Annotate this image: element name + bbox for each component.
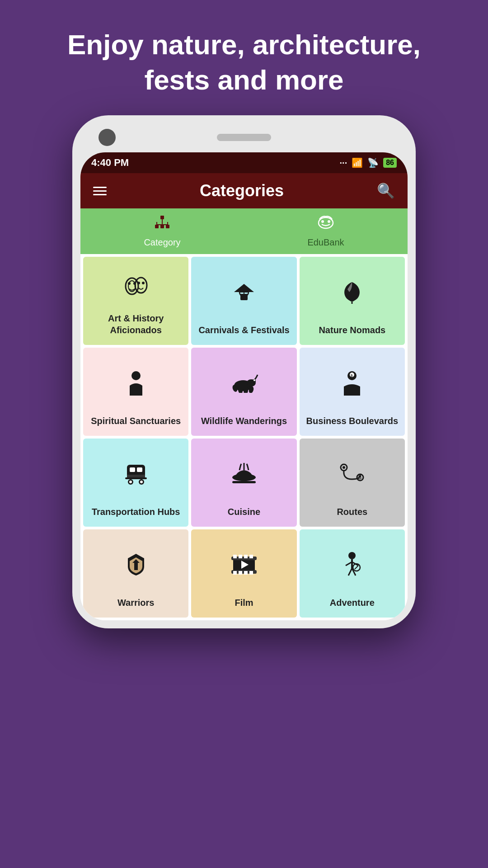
svg-line-71 <box>355 566 358 569</box>
phone-notch <box>80 129 408 152</box>
svg-point-9 <box>321 220 324 223</box>
svg-rect-40 <box>127 475 145 477</box>
tab-edubank-label: EduBank <box>307 237 344 248</box>
svg-rect-57 <box>244 555 248 558</box>
svg-rect-59 <box>233 571 237 575</box>
status-icons: ··· 📶 📡 86 <box>340 157 397 168</box>
status-bar: 4:40 PM ··· 📶 📡 86 <box>80 152 408 173</box>
category-card-art-history[interactable]: Art & History Aficionados <box>83 257 188 345</box>
category-card-spiritual[interactable]: Spiritual Sanctuaries <box>83 348 188 436</box>
category-card-business[interactable]: $ Business Boulevards <box>300 348 405 436</box>
warrior-icon <box>125 538 147 591</box>
app-bar: Categories 🔍 <box>80 173 408 208</box>
adventure-label: Adventure <box>330 597 375 609</box>
art-history-icon <box>123 265 149 307</box>
nature-icon <box>340 265 364 319</box>
hamburger-button[interactable] <box>93 187 107 195</box>
category-card-routes[interactable]: B Routes <box>300 439 405 527</box>
category-card-carnivals[interactable]: Carnivals & Festivals <box>191 257 296 345</box>
tab-bar: Category EduBank <box>80 208 408 254</box>
adventure-icon <box>341 538 363 591</box>
svg-point-8 <box>319 217 333 228</box>
carnivals-icon <box>231 265 257 319</box>
cuisine-icon <box>230 447 258 500</box>
svg-rect-41 <box>125 477 147 479</box>
wifi-icon: 📡 <box>367 157 379 168</box>
svg-rect-38 <box>130 467 135 472</box>
category-card-warrior[interactable]: Warriors <box>83 529 188 618</box>
svg-rect-58 <box>249 555 253 558</box>
svg-point-17 <box>142 282 145 284</box>
svg-point-10 <box>328 220 330 223</box>
svg-point-16 <box>137 282 140 284</box>
business-label: Business Boulevards <box>306 415 398 427</box>
warrior-label: Warriors <box>117 597 155 609</box>
svg-rect-60 <box>239 571 242 575</box>
wildlife-icon <box>230 356 258 410</box>
transport-label: Transportation Hubs <box>92 506 180 518</box>
svg-point-32 <box>253 379 255 381</box>
phone-speaker <box>217 134 271 141</box>
edubank-tab-icon <box>318 215 334 235</box>
phone-mockup: 4:40 PM ··· 📶 📡 86 Categories 🔍 <box>72 115 416 628</box>
wildlife-label: Wildlife Wanderings <box>201 415 287 427</box>
svg-line-66 <box>346 562 352 566</box>
tab-category[interactable]: Category <box>80 208 244 254</box>
category-card-nature[interactable]: Nature Nomads <box>300 257 405 345</box>
svg-rect-3 <box>166 225 169 228</box>
business-icon: $ <box>340 356 364 410</box>
svg-point-45 <box>140 481 143 483</box>
svg-rect-39 <box>137 467 142 472</box>
battery-icon: 86 <box>383 158 397 168</box>
category-card-transport[interactable]: Transportation Hubs <box>83 439 188 527</box>
svg-line-68 <box>348 568 352 576</box>
svg-point-13 <box>128 282 131 285</box>
svg-rect-56 <box>239 555 242 558</box>
signal-icon: 📶 <box>352 157 363 168</box>
status-time: 4:40 PM <box>91 157 129 169</box>
phone-camera <box>99 129 116 146</box>
svg-point-44 <box>129 481 132 483</box>
nature-label: Nature Nomads <box>319 324 385 336</box>
tab-edubank[interactable]: EduBank <box>244 208 408 254</box>
phone-screen: 4:40 PM ··· 📶 📡 86 Categories 🔍 <box>80 152 408 620</box>
hero-title: Enjoy nature, architecture, fests and mo… <box>0 0 488 115</box>
category-card-cuisine[interactable]: Cuisine <box>191 439 296 527</box>
film-icon <box>231 538 257 591</box>
svg-rect-1 <box>155 225 159 228</box>
svg-rect-55 <box>233 555 237 558</box>
carnivals-label: Carnivals & Festivals <box>198 324 289 336</box>
category-card-wildlife[interactable]: Wildlife Wanderings <box>191 348 296 436</box>
category-card-film[interactable]: Film <box>191 529 296 618</box>
svg-point-15 <box>135 278 147 293</box>
tab-category-label: Category <box>144 237 180 248</box>
cuisine-label: Cuisine <box>228 506 260 518</box>
categories-grid: Art & History Aficionados Carnivals & Fe… <box>80 254 408 620</box>
category-card-adventure[interactable]: Adventure <box>300 529 405 618</box>
search-button[interactable]: 🔍 <box>377 182 395 199</box>
spiritual-icon <box>125 356 147 410</box>
art-history-label: Art & History Aficionados <box>89 312 183 336</box>
svg-point-49 <box>343 466 345 469</box>
spiritual-label: Spiritual Sanctuaries <box>91 415 181 427</box>
svg-rect-2 <box>160 225 164 228</box>
svg-rect-47 <box>232 481 256 483</box>
transport-icon <box>123 447 149 500</box>
svg-rect-36 <box>347 387 357 396</box>
svg-text:$: $ <box>351 373 353 377</box>
category-tab-icon <box>154 215 170 235</box>
svg-point-64 <box>348 552 356 559</box>
routes-label: Routes <box>337 506 367 518</box>
dots-icon: ··· <box>340 158 347 168</box>
svg-point-24 <box>131 371 141 380</box>
svg-rect-62 <box>249 571 253 575</box>
film-label: Film <box>235 597 253 609</box>
routes-icon: B <box>338 447 366 500</box>
app-title: Categories <box>200 181 284 200</box>
svg-rect-0 <box>160 216 164 219</box>
svg-rect-61 <box>244 571 248 575</box>
